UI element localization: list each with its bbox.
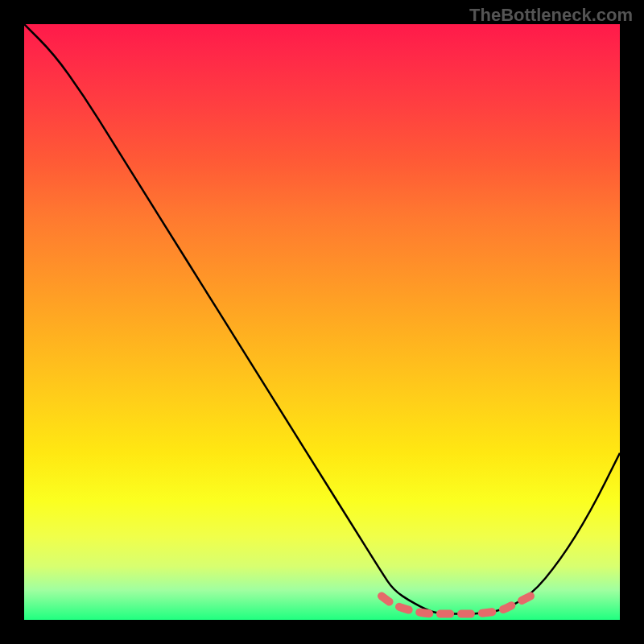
chart-container (24, 24, 620, 620)
watermark-text: TheBottleneck.com (469, 5, 633, 26)
chart-svg (24, 24, 620, 620)
optimal-zone-highlight (382, 596, 530, 613)
bottleneck-curve (24, 24, 620, 614)
